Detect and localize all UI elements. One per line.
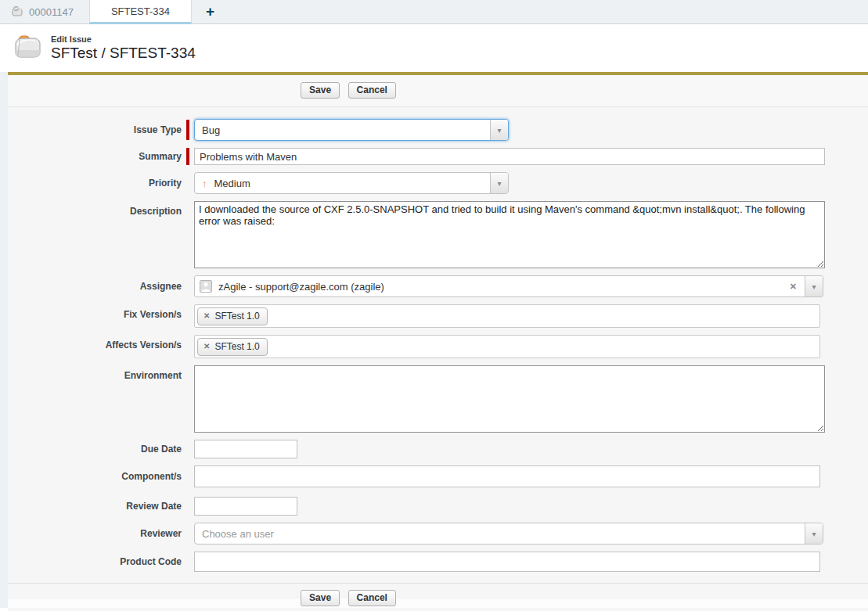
save-button-top[interactable]: Save bbox=[301, 82, 340, 99]
assignee-label: Assignee bbox=[8, 281, 182, 292]
field-row-priority: Priority ↑ Medium ▾ bbox=[8, 172, 868, 194]
edit-issue-panel: Save Cancel Issue Type Bug ▾ Summary bbox=[8, 72, 868, 599]
issue-type-label: Issue Type bbox=[8, 124, 182, 135]
tab-issue-sftest-334[interactable]: SFTEST-334 bbox=[89, 0, 192, 24]
tab-case-label: 00001147 bbox=[29, 6, 74, 18]
field-row-review-date: Review Date bbox=[8, 497, 868, 516]
field-row-description: Description I downloaded the source of C… bbox=[8, 201, 868, 268]
chevron-down-icon[interactable]: ▾ bbox=[805, 276, 823, 297]
remove-tag-icon[interactable]: ✕ bbox=[203, 342, 210, 350]
field-row-due-date: Due Date bbox=[8, 440, 868, 458]
issue-type-select[interactable]: Bug ▾ bbox=[194, 119, 509, 141]
page-bottom-spacer bbox=[8, 599, 868, 608]
reviewer-label: Reviewer bbox=[8, 528, 182, 539]
due-date-input[interactable] bbox=[194, 440, 297, 458]
fix-version-chip: ✕ SFTest 1.0 bbox=[197, 307, 268, 325]
fix-versions-tagbox[interactable]: ✕ SFTest 1.0 bbox=[194, 304, 820, 328]
field-row-environment: Environment bbox=[8, 365, 868, 433]
remove-tag-icon[interactable]: ✕ bbox=[203, 311, 210, 320]
field-row-issue-type: Issue Type Bug ▾ bbox=[8, 119, 868, 141]
issue-type-value: Bug bbox=[195, 120, 490, 140]
field-row-affects-versions: Affects Version/s ✕ SFTest 1.0 bbox=[8, 335, 868, 358]
reviewer-placeholder: Choose an user bbox=[195, 523, 805, 544]
chevron-down-icon[interactable]: ▾ bbox=[490, 173, 508, 193]
description-label: Description bbox=[8, 201, 182, 217]
field-row-summary: Summary bbox=[8, 148, 868, 165]
affects-version-chip-label: SFTest 1.0 bbox=[214, 341, 259, 352]
summary-label: Summary bbox=[8, 151, 182, 162]
affects-versions-label: Affects Version/s bbox=[8, 335, 182, 350]
issue-object-icon bbox=[12, 33, 43, 64]
fix-versions-label: Fix Version/s bbox=[8, 304, 182, 320]
page-title: SFTest / SFTEST-334 bbox=[51, 45, 196, 62]
field-row-reviewer: Reviewer Choose an user ▾ bbox=[8, 523, 868, 545]
field-row-fix-versions: Fix Version/s ✕ SFTest 1.0 bbox=[8, 304, 868, 328]
edit-issue-form: Issue Type Bug ▾ Summary Priority bbox=[8, 107, 868, 572]
plus-icon: + bbox=[206, 3, 214, 20]
priority-label: Priority bbox=[8, 178, 182, 189]
summary-input[interactable] bbox=[194, 148, 825, 165]
main-area: Save Cancel Issue Type Bug ▾ Summary bbox=[0, 72, 868, 608]
save-button-bottom[interactable]: Save bbox=[301, 590, 340, 606]
field-row-components: Component/s bbox=[8, 465, 868, 487]
tab-bar: 00001147 SFTEST-334 + bbox=[0, 0, 868, 24]
field-row-product-code: Product Code bbox=[8, 552, 868, 572]
cancel-button-bottom[interactable]: Cancel bbox=[348, 590, 396, 606]
assignee-value: zAgile - support@zagile.com (zagile) bbox=[218, 281, 384, 293]
tab-case-00001147[interactable]: 00001147 bbox=[0, 0, 89, 23]
environment-textarea[interactable] bbox=[194, 365, 825, 433]
header-action-label: Edit Issue bbox=[51, 34, 196, 44]
required-indicator bbox=[186, 120, 189, 140]
due-date-label: Due Date bbox=[8, 444, 182, 455]
assignee-avatar-icon bbox=[200, 280, 212, 293]
top-button-bar: Save Cancel bbox=[8, 75, 868, 107]
chevron-down-icon[interactable]: ▾ bbox=[805, 523, 823, 544]
reviewer-select[interactable]: Choose an user ▾ bbox=[194, 523, 823, 545]
environment-label: Environment bbox=[8, 365, 182, 381]
components-label: Component/s bbox=[8, 471, 182, 482]
description-textarea[interactable]: I downloaded the source of CXF 2.5.0-SNA… bbox=[194, 201, 825, 268]
fix-version-chip-label: SFTest 1.0 bbox=[214, 311, 259, 322]
field-row-assignee: Assignee zAgile - support@zagile.com (za… bbox=[8, 275, 868, 297]
chevron-down-icon[interactable]: ▾ bbox=[490, 120, 508, 140]
priority-medium-icon: ↑ bbox=[202, 178, 207, 189]
assignee-combobox[interactable]: zAgile - support@zagile.com (zagile) ✕ ▾ bbox=[194, 275, 823, 297]
product-code-input[interactable] bbox=[194, 552, 820, 572]
priority-value: Medium bbox=[214, 178, 250, 189]
case-record-icon bbox=[11, 5, 23, 19]
page-header: Edit Issue SFTest / SFTEST-334 bbox=[0, 24, 868, 72]
affects-version-chip: ✕ SFTest 1.0 bbox=[197, 338, 268, 356]
cancel-button-top[interactable]: Cancel bbox=[348, 82, 396, 99]
priority-select[interactable]: ↑ Medium ▾ bbox=[194, 172, 509, 194]
affects-versions-tagbox[interactable]: ✕ SFTest 1.0 bbox=[194, 335, 820, 358]
components-input[interactable] bbox=[194, 465, 820, 487]
new-tab-button[interactable]: + bbox=[192, 0, 229, 23]
product-code-label: Product Code bbox=[8, 556, 182, 567]
assignee-clear-icon[interactable]: ✕ bbox=[790, 282, 797, 292]
review-date-label: Review Date bbox=[8, 501, 182, 512]
review-date-input[interactable] bbox=[194, 497, 297, 516]
tab-issue-label: SFTEST-334 bbox=[111, 5, 170, 17]
required-indicator bbox=[186, 148, 189, 165]
